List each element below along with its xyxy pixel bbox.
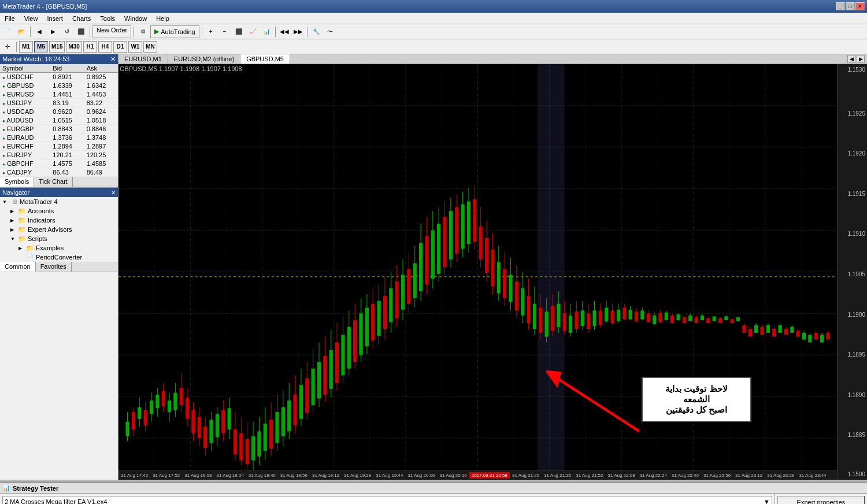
minimize-button[interactable]: _ (836, 2, 845, 10)
svg-rect-101 (359, 313, 362, 355)
left-panel: Market Watch: 16:24:53 ✕ Symbol Bid Ask … (0, 54, 118, 480)
menu-help[interactable]: Help (151, 14, 174, 23)
period-m15[interactable]: M15 (49, 41, 65, 53)
period-w1[interactable]: W1 (128, 41, 142, 53)
svg-rect-95 (341, 335, 344, 375)
market-watch-row[interactable]: ● EURUSD 1.4451 1.4453 (0, 90, 118, 99)
svg-rect-107 (377, 301, 380, 336)
period-h4[interactable]: H4 (98, 41, 112, 53)
chart-tab-gbpusd-m5[interactable]: GBPUSD,M5 (240, 54, 290, 64)
menu-charts[interactable]: Charts (68, 14, 95, 23)
market-watch-row[interactable]: ● AUDUSD 1.0515 1.0518 (0, 116, 118, 125)
autotrading-button[interactable]: ▶ AutoTrading (150, 25, 199, 38)
stop-btn[interactable]: ⬛ (75, 25, 87, 38)
refresh-btn[interactable]: ↺ (61, 25, 73, 38)
menu-view[interactable]: View (20, 14, 43, 23)
price-1885: 1.1885 (838, 431, 867, 439)
menu-tools[interactable]: Tools (95, 14, 120, 23)
nav-item-examples[interactable]: ▶ 📁 Examples (0, 243, 118, 253)
market-watch-row[interactable]: ● GBPCHF 1.4575 1.4585 (0, 160, 118, 168)
market-watch-row[interactable]: ● USDCAD 0.9620 0.9624 (0, 108, 118, 116)
svg-rect-190 (623, 307, 626, 319)
line-chart-btn[interactable]: 📈 (246, 25, 259, 38)
template-btn[interactable]: 🔧 (310, 25, 323, 38)
bid-cell: 0.9620 (50, 108, 84, 116)
svg-rect-51 (209, 420, 213, 443)
nav-item-accounts[interactable]: ▶ 📁 Accounts (0, 206, 118, 216)
svg-rect-198 (647, 313, 650, 322)
titlebar-controls[interactable]: _ □ ✕ (836, 2, 865, 10)
svg-rect-155 (521, 288, 524, 316)
new-btn[interactable]: 📄 (1, 25, 14, 38)
tab-tick-chart[interactable]: Tick Chart (34, 177, 73, 187)
scroll-right-btn[interactable]: ▶▶ (292, 25, 305, 38)
forward-btn[interactable]: ▶ (47, 25, 60, 38)
market-watch-row[interactable]: ● USDJPY 83.19 83.22 (0, 99, 118, 108)
nav-item-scripts[interactable]: ▼ 📁 Scripts (0, 234, 118, 243)
menubar: File View Insert Charts Tools Window Hel… (0, 13, 867, 24)
navigator-close-icon[interactable]: ✕ (111, 190, 116, 196)
computer-icon: 🖥 (9, 198, 18, 206)
folder-icon-examples: 📁 (25, 244, 35, 252)
chart-canvas: GBPUSD,M5 1.1907 1.1908 1.1907 1.1908 (118, 64, 867, 480)
svg-rect-133 (455, 207, 458, 253)
zoom-out-btn[interactable]: − (218, 25, 231, 38)
maximize-button[interactable]: □ (846, 2, 855, 10)
svg-rect-186 (610, 310, 614, 323)
market-watch-close-icon[interactable]: ✕ (110, 55, 116, 63)
close-button[interactable]: ✕ (855, 2, 865, 10)
bid-cell: 1.2894 (50, 142, 84, 151)
tab-favorites[interactable]: Favorites (36, 262, 72, 272)
nav-item-indicators[interactable]: ▶ 📁 Indicators (0, 216, 118, 225)
svg-rect-55 (221, 410, 225, 433)
period-m30[interactable]: M30 (66, 41, 81, 53)
period-mn[interactable]: MN (143, 41, 157, 53)
zoom-in-btn[interactable]: + (205, 25, 217, 38)
menu-file[interactable]: File (0, 14, 20, 23)
symbol-cell: ● USDCHF (0, 73, 50, 81)
symbol-col-header: Symbol (0, 64, 50, 73)
scroll-left-btn[interactable]: ◀◀ (278, 25, 291, 38)
time-1: 31 Aug 17:42 (118, 473, 150, 478)
svg-rect-39 (173, 393, 177, 410)
menu-insert[interactable]: Insert (42, 14, 68, 23)
expert-advisor-dropdown[interactable]: 2 MA Crosses Mega filter EA V1.ex4 ▼ (2, 496, 772, 504)
expert-properties-button[interactable]: Expert properties (777, 496, 865, 504)
market-watch-row[interactable]: ● EURAUD 1.3736 1.3748 (0, 134, 118, 142)
period-m5[interactable]: M5 (34, 41, 48, 53)
open-btn[interactable]: 📂 (15, 25, 28, 38)
period-m1[interactable]: M1 (19, 41, 33, 53)
market-watch-row[interactable]: ● CADJPY 86.43 86.49 (0, 168, 118, 177)
back-btn[interactable]: ◀ (33, 25, 46, 38)
nav-item-period-converter[interactable]: ▶ 📄 PeriodConverter (0, 253, 118, 262)
market-watch-row[interactable]: ● EURCHF 1.2894 1.2897 (0, 142, 118, 151)
market-watch-row[interactable]: ● USDCHF 0.8921 0.8925 (0, 73, 118, 81)
period-h1[interactable]: H1 (83, 41, 97, 53)
period-d1[interactable]: D1 (113, 41, 127, 53)
indicator-btn[interactable]: 〜 (324, 25, 336, 38)
market-watch-row[interactable]: ● EURJPY 120.21 120.25 (0, 151, 118, 160)
chart-scroll-right-btn[interactable]: ▶ (857, 55, 865, 63)
svg-rect-151 (509, 275, 512, 302)
svg-rect-242 (778, 325, 781, 332)
menu-window[interactable]: Window (120, 14, 151, 23)
svg-rect-119 (413, 263, 417, 298)
chart-scroll-left-btn[interactable]: ◀ (847, 55, 855, 63)
svg-rect-192 (629, 310, 632, 320)
navigator-bottom-tabs: Common Favorites (0, 262, 118, 272)
new-order-button[interactable]: New Order (92, 25, 131, 38)
market-watch-row[interactable]: ● GBPUSD 1.6339 1.6342 (0, 81, 118, 90)
chart-btn1[interactable]: ⚙ (136, 25, 149, 38)
tab-common[interactable]: Common (0, 262, 36, 272)
market-watch-row[interactable]: ● EURGBP 0.8843 0.8846 (0, 125, 118, 134)
chart-type-btn[interactable]: ⬛ (232, 25, 245, 38)
tab-symbols[interactable]: Symbols (0, 177, 34, 187)
bar-chart-btn[interactable]: 📊 (260, 25, 273, 38)
nav-item-experts[interactable]: ▶ 📁 Expert Advisors (0, 225, 118, 234)
chart-tab-eurusd-m2[interactable]: EURUSD,M2 (offline) (168, 54, 240, 64)
svg-rect-178 (587, 313, 590, 329)
svg-rect-147 (497, 262, 501, 294)
crosshair-btn[interactable]: ✛ (1, 40, 14, 53)
chart-tab-eurusd-m1[interactable]: EURUSD,M1 (118, 54, 168, 64)
nav-item-root[interactable]: ▼ 🖥 MetaTrader 4 (0, 197, 118, 206)
